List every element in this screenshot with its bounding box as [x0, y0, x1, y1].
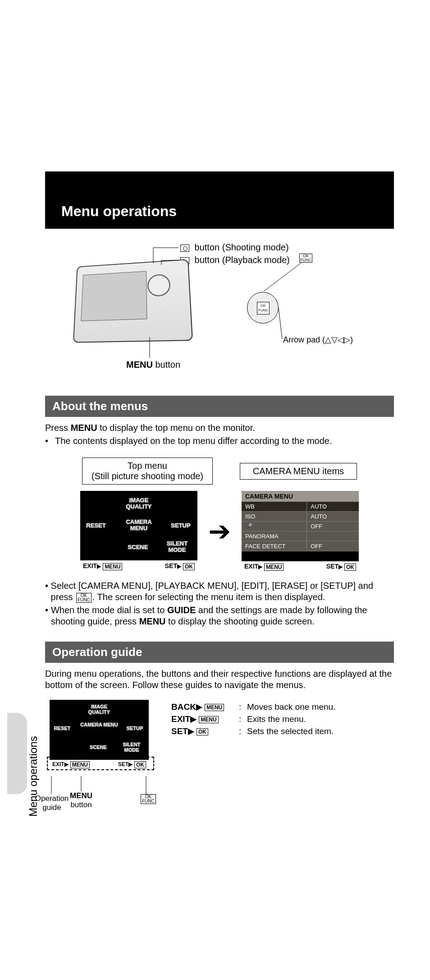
- shooting-mode-callout: button (Shooting mode): [180, 242, 289, 253]
- opguide-leads: Operation guide MENUbutton OKFUNC: [45, 776, 149, 812]
- side-section-label: Menu operations: [27, 736, 40, 817]
- about-bullet3: • When the mode dial is set to GUIDE and…: [45, 605, 394, 627]
- opguide-footer: EXIT▶MENU SET▶OK: [50, 760, 149, 770]
- legend-row: EXIT▶MENU:Exits the menu.: [171, 714, 335, 724]
- camera-illustration: [73, 259, 193, 343]
- camera-wheel: [147, 274, 171, 297]
- camera-menu-screen: CAMERA MENU WBAUTOISOAUTO🎤OFFPANORAMAFAC…: [242, 491, 359, 572]
- tile-setup: SETUP: [167, 522, 194, 529]
- svg-line-6: [264, 262, 302, 291]
- camera-menu-row: 🎤OFF: [242, 522, 359, 532]
- about-line1: Press MENU to display the top menu on th…: [45, 422, 394, 434]
- legend-row: SET▶OK:Sets the selected item.: [171, 726, 335, 736]
- opguide-left: IMAGE QUALITY RESET CAMERA MENU SETUP SC…: [45, 700, 149, 812]
- ok-func-center: OKFUNC: [257, 302, 270, 314]
- playback-mode-text: button (Playback mode): [195, 255, 290, 265]
- top-menu-label-box: Top menu (Still picture shooting mode): [82, 458, 213, 485]
- tile-scene: SCENE: [123, 544, 153, 550]
- opguide-legend: BACK▶MENU:Moves back one menu.EXIT▶MENU:…: [171, 700, 335, 738]
- side-tab: [7, 713, 27, 794]
- about-bullet1: •The contents displayed on the top menu …: [45, 435, 394, 447]
- camera-menu-row: PANORAMA: [242, 532, 359, 541]
- shooting-mode-text: button (Shooting mode): [195, 242, 289, 252]
- legend-row: BACK▶MENU:Moves back one menu.: [171, 702, 335, 712]
- top-menu-footer: EXIT▶MENU SET▶OK: [80, 560, 197, 572]
- camera-menu-row: WBAUTO: [242, 502, 359, 512]
- tile-image-quality: IMAGE QUALITY: [123, 497, 155, 509]
- camera-menu-row: ISOAUTO: [242, 512, 359, 522]
- playback-mode-callout: button (Playback mode): [180, 255, 290, 265]
- arrow-right-icon: ➔: [208, 518, 231, 545]
- arrow-pad-callout: Arrow pad (△▽◁▷): [283, 335, 353, 345]
- camera-icon: [180, 245, 189, 252]
- menu-button-label: MENUbutton: [70, 791, 92, 809]
- menu-button-callout: MENU button: [126, 360, 180, 370]
- camera-menu-footer: EXIT▶MENU SET▶OK: [242, 561, 359, 572]
- tile-silent-mode: SILENT MODE: [161, 541, 193, 553]
- ok-func-key-icon: OK FUNC: [299, 254, 312, 263]
- camera-menu-items-label-box: CAMERA MENU items: [240, 463, 357, 480]
- opguide-intro: During menu operations, the buttons and …: [45, 668, 394, 691]
- hardware-callouts: button (Shooting mode) button (Playback …: [45, 242, 394, 378]
- chapter-header: Menu operations: [45, 171, 394, 229]
- top-menu-screen: IMAGE QUALITY RESET CAMERA MENU SETUP SC…: [80, 491, 197, 572]
- opguide-area: IMAGE QUALITY RESET CAMERA MENU SETUP SC…: [45, 700, 394, 812]
- screens-row: IMAGE QUALITY RESET CAMERA MENU SETUP SC…: [45, 491, 394, 572]
- tile-reset: RESET: [85, 522, 107, 529]
- opguide-screen: IMAGE QUALITY RESET CAMERA MENU SETUP SC…: [50, 700, 149, 770]
- camera-lcd: [81, 271, 147, 321]
- svg-line-5: [279, 308, 282, 339]
- ok-func-inline-icon: OKFUNC: [76, 593, 91, 603]
- arrow-pad-graphic: OKFUNC: [247, 292, 279, 324]
- label-boxes: Top menu (Still picture shooting mode) C…: [45, 458, 394, 485]
- ok-func-under-icon: OKFUNC: [140, 794, 157, 804]
- operation-guide-header: Operation guide: [45, 642, 394, 663]
- tile-camera-menu: CAMERA MENU: [117, 519, 160, 531]
- camera-menu-row: FACE DETECTOFF: [242, 541, 359, 551]
- about-bullet2: • Select [CAMERA MENU], [PLAYBACK MENU],…: [45, 580, 394, 603]
- chapter-title: Menu operations: [61, 203, 378, 220]
- camera-menu-title: CAMERA MENU: [242, 491, 359, 502]
- about-menus-header: About the menus: [45, 396, 394, 417]
